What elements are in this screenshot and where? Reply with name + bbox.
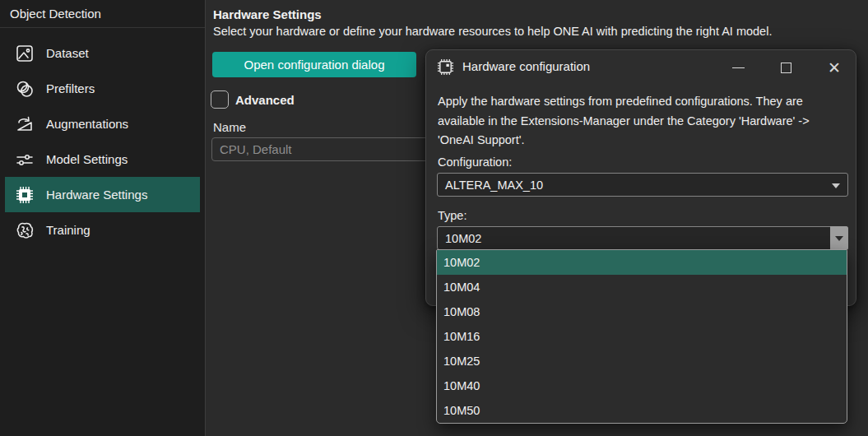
sidebar-item-hardware-settings[interactable]: Hardware Settings — [5, 177, 200, 212]
sidebar-item-label: Model Settings — [46, 152, 128, 166]
chip-icon — [15, 185, 35, 205]
sidebar-item-label: Hardware Settings — [46, 188, 147, 202]
dialog-titlebar[interactable]: Hardware configuration ✕ — [426, 50, 856, 83]
dialog-description-line: 'OneAI Support'. — [438, 131, 810, 151]
type-option-10M08[interactable]: 10M08 — [437, 299, 847, 324]
dialog-description-line: available in the Extensions-Manager unde… — [438, 112, 810, 132]
advanced-checkbox[interactable] — [211, 90, 229, 109]
advanced-row: Advanced — [211, 90, 295, 109]
dialog-description-line: Apply the hardware settings from predefi… — [438, 92, 810, 112]
type-option-10M40[interactable]: 10M40 — [437, 373, 847, 398]
advanced-label: Advanced — [235, 93, 295, 107]
type-option-10M04[interactable]: 10M04 — [437, 275, 847, 299]
name-label: Name — [213, 120, 246, 134]
sidebar-item-label: Augmentations — [46, 117, 128, 131]
brain-icon — [15, 220, 35, 240]
type-dropdown-button[interactable] — [830, 226, 848, 250]
minimize-button[interactable] — [727, 57, 749, 78]
chip-icon — [437, 58, 454, 76]
close-icon: ✕ — [828, 60, 841, 76]
sidebar-nav: Dataset Prefilters Augmentations — [0, 28, 205, 248]
sidebar: Object Detection Dataset Prefilters — [0, 0, 206, 436]
maximize-icon — [781, 63, 791, 73]
sidebar-item-augmentations[interactable]: Augmentations — [5, 106, 200, 141]
sidebar-item-model-settings[interactable]: Model Settings — [5, 141, 200, 177]
configuration-label: Configuration: — [438, 155, 512, 169]
sidebar-item-prefilters[interactable]: Prefilters — [5, 71, 200, 106]
image-icon — [15, 44, 35, 63]
type-option-10M25[interactable]: 10M25 — [437, 349, 847, 373]
open-configuration-dialog-button[interactable]: Open configuration dialog — [212, 52, 416, 77]
filter-icon — [15, 79, 35, 99]
sidebar-item-training[interactable]: Training — [5, 212, 200, 248]
page-description: Select your hardware or define your hard… — [213, 25, 772, 38]
type-options-list: 10M02 10M04 10M08 10M16 10M25 10M40 10M5… — [436, 249, 847, 424]
page-title: Hardware Settings — [213, 7, 322, 21]
augmentation-icon — [15, 114, 35, 134]
type-option-10M02[interactable]: 10M02 — [437, 250, 847, 275]
configuration-dropdown[interactable]: ALTERA_MAX_10 — [437, 173, 848, 197]
minimize-icon — [732, 67, 745, 68]
type-label: Type: — [438, 209, 466, 222]
sliders-icon — [15, 150, 35, 169]
dialog-title: Hardware configuration — [462, 59, 590, 73]
configuration-dropdown-value: ALTERA_MAX_10 — [445, 179, 543, 192]
maximize-button[interactable] — [775, 57, 796, 78]
type-option-10M50[interactable]: 10M50 — [437, 398, 847, 423]
sidebar-item-label: Training — [46, 223, 91, 237]
type-option-10M16[interactable]: 10M16 — [437, 324, 847, 349]
type-dropdown[interactable]: 10M02 — [437, 226, 848, 250]
sidebar-item-dataset[interactable]: Dataset — [5, 35, 200, 71]
close-button[interactable]: ✕ — [824, 57, 845, 78]
sidebar-title: Object Detection — [0, 0, 205, 28]
chevron-down-icon — [832, 183, 840, 188]
sidebar-item-label: Dataset — [46, 46, 89, 60]
chevron-down-icon — [835, 236, 843, 241]
dialog-description: Apply the hardware settings from predefi… — [438, 92, 810, 151]
sidebar-item-label: Prefilters — [46, 81, 95, 95]
type-dropdown-value: 10M02 — [445, 232, 481, 245]
